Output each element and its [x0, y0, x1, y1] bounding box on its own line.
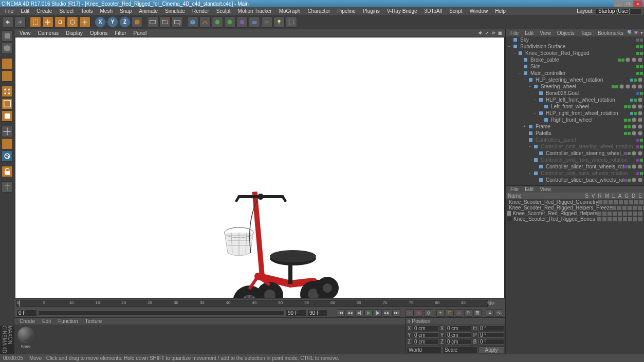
start-frame-input[interactable]: 0 F [16, 310, 37, 316]
tag-mat[interactable] [637, 84, 643, 89]
layer-toggle[interactable] [622, 206, 627, 210]
rot-p-input[interactable]: 0 ° [479, 332, 504, 338]
layer-toggle[interactable] [638, 217, 642, 221]
visibility-dots[interactable] [636, 65, 643, 68]
layer-toggle[interactable] [618, 217, 622, 221]
record-button[interactable]: ● [406, 309, 414, 317]
menu-mesh[interactable]: Mesh [97, 8, 116, 14]
menu-character[interactable]: Character [304, 8, 333, 14]
move-tool[interactable] [42, 16, 53, 28]
layer-toggle[interactable] [628, 212, 632, 216]
make-editable-button[interactable] [2, 30, 13, 42]
matmenu-create[interactable]: Create [16, 318, 38, 324]
menu-help[interactable]: Help [492, 8, 509, 14]
objmenu-edit[interactable]: Edit [522, 30, 536, 36]
expand-toggle[interactable]: + [522, 124, 527, 129]
layer-toggle[interactable] [609, 200, 613, 204]
layer-toggle[interactable] [603, 200, 608, 204]
workplane-button[interactable] [2, 70, 13, 82]
matmenu-function[interactable]: Function [55, 318, 81, 324]
rotate-tool[interactable] [67, 16, 78, 28]
add-deformer-button[interactable] [236, 16, 248, 28]
layer-toggle[interactable] [638, 206, 642, 210]
tag-constraint[interactable] [637, 150, 643, 156]
visibility-dots[interactable] [624, 119, 631, 122]
menu-tools[interactable]: Tools [78, 8, 96, 14]
layer-toggle[interactable] [619, 200, 623, 204]
tag-constraint[interactable] [637, 97, 643, 103]
timeline-ruler[interactable]: 051015202530354045505560657075808590 0 F [14, 299, 505, 308]
tree-row[interactable]: −Subdivision Surface [506, 43, 644, 50]
layer-toggle[interactable] [617, 206, 621, 210]
menu-3dtoall[interactable]: 3DToAll [421, 8, 445, 14]
enable-axis-button[interactable] [2, 126, 13, 137]
pos-z-input[interactable]: 0 cm [413, 339, 438, 345]
size-x-input[interactable]: 0 cm [446, 326, 471, 331]
layer-toggle[interactable] [598, 200, 602, 204]
layer-toggle[interactable] [638, 212, 642, 216]
layer-toggle[interactable] [618, 212, 622, 216]
tag-mat[interactable] [637, 104, 643, 109]
layer-toggle[interactable] [629, 200, 633, 204]
layer-toggle[interactable] [613, 212, 617, 216]
menu-plugins[interactable]: Plugins [360, 8, 383, 14]
layer-toggle[interactable] [614, 200, 618, 204]
prev-frame-button[interactable]: ◂| [355, 309, 363, 317]
live-select-tool[interactable] [30, 16, 41, 28]
tag-constraint[interactable] [631, 164, 637, 169]
coord-mode-combo[interactable]: World [407, 347, 441, 353]
objmenu-bookmarks[interactable]: Bookmarks [595, 30, 626, 36]
viewmenu-options[interactable]: Options [87, 30, 111, 36]
layermenu-edit[interactable]: Edit [522, 186, 536, 192]
layer-toggle[interactable] [633, 217, 637, 221]
goto-start-button[interactable]: ⏮ [337, 309, 345, 317]
tree-row[interactable]: −Main_controller [506, 70, 644, 77]
layer-toggle[interactable] [602, 217, 606, 221]
tree-row[interactable]: −Steering_wheel [506, 83, 644, 90]
layer-toggle[interactable] [628, 217, 632, 221]
layer-toggle[interactable] [613, 217, 617, 221]
visibility-dots[interactable] [624, 125, 631, 128]
layer-row[interactable]: Knee_Scooter_Red_Rigged_Geometry [506, 199, 643, 205]
scale-tool[interactable] [54, 16, 66, 28]
expand-toggle[interactable]: − [527, 158, 532, 162]
viewmenu-display[interactable]: Display [63, 30, 86, 36]
tree-row[interactable]: Left_front_wheel [506, 103, 644, 110]
menu-select[interactable]: Select [56, 8, 77, 14]
visibility-dots[interactable] [624, 105, 631, 108]
menu-animate[interactable]: Animate [136, 8, 161, 14]
visibility-dots[interactable] [618, 59, 624, 62]
menu-simulate[interactable]: Simulate [162, 8, 188, 14]
viewmenu-cameras[interactable]: Cameras [35, 30, 62, 36]
tag-mat[interactable] [637, 117, 643, 123]
menu-render[interactable]: Render [189, 8, 212, 14]
size-y-input[interactable]: 0 cm [446, 332, 471, 338]
menu-pipeline[interactable]: Pipeline [334, 8, 359, 14]
layer-list[interactable]: Knee_Scooter_Red_Rigged_GeometryKnee_Sco… [506, 199, 644, 354]
add-environment-button[interactable] [249, 16, 260, 28]
layer-toggle[interactable] [624, 200, 628, 204]
maximize-button[interactable]: □ [623, 1, 633, 7]
tag-constraint[interactable] [631, 177, 637, 183]
layer-toggle[interactable] [597, 212, 601, 216]
play-button[interactable]: ▶ [364, 309, 373, 317]
keyframe-sel-button[interactable]: ◇ [424, 309, 432, 317]
autokey-button[interactable]: ◉ [415, 309, 423, 317]
key-scale-button[interactable]: □ [446, 309, 454, 317]
viewmenu-view[interactable]: View [16, 30, 34, 36]
visibility-dots[interactable] [630, 79, 637, 82]
tree-row[interactable]: Right_front_wheel [506, 117, 644, 123]
expand-toggle[interactable]: − [527, 144, 532, 149]
viewport-rotate-icon[interactable]: ⟳ [490, 30, 496, 36]
expand-toggle[interactable]: − [522, 138, 527, 142]
objmenu-file[interactable]: File [508, 30, 521, 36]
viewmenu-filter[interactable]: Filter [112, 30, 129, 36]
layermenu-view[interactable]: View [537, 186, 554, 192]
x-axis-lock[interactable]: X [95, 16, 106, 28]
add-light-button[interactable] [273, 16, 285, 28]
tag-mat[interactable] [631, 57, 637, 63]
coord-system-button[interactable] [132, 16, 143, 28]
expand-toggle[interactable]: − [532, 98, 537, 102]
tree-row[interactable]: −Controllers_panel [506, 137, 644, 143]
layer-toggle[interactable] [597, 217, 601, 221]
